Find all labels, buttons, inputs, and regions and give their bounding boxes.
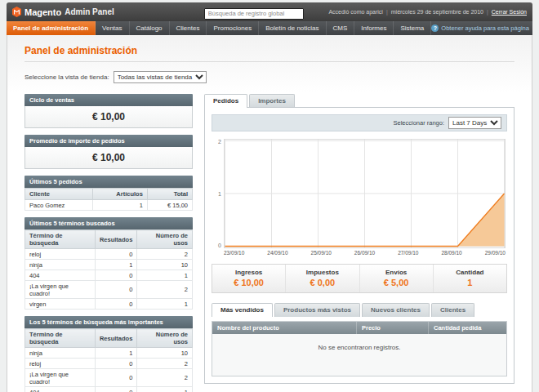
tab-clientes[interactable]: Clientes [431,303,474,317]
chart-x-axis: 23/09/1024/09/1025/09/1026/09/1027/09/10… [224,250,506,256]
stat-value: € 0,00 [286,278,359,287]
dashboard-main: Ciclo de ventas € 10,00 Promedio de impo… [24,94,514,392]
nav-item-clientes[interactable]: Clientes [170,21,207,35]
grid-column-nombre-del-producto: Nombre del producto [212,322,356,334]
divider: | [386,9,388,15]
table-cell: Paco Gomez [25,200,93,211]
chart-x-tick: 25/09/10 [311,250,332,256]
table-row[interactable]: Paco Gomez1€ 15,00 [25,200,193,211]
last-search-terms-box: Últimos 5 términos buscados Término de b… [24,217,193,310]
logo-text: Magento [24,7,61,17]
chart-x-tick: 23/09/10 [224,250,244,256]
table-row[interactable]: 40401 [25,387,193,392]
store-view-select[interactable]: Todas las vistas de tienda [114,71,207,83]
user-info: Accedió como aparici | miércoles 29 de s… [328,9,527,15]
table-cell: 1 [137,270,193,281]
nav-item-panel-de-administracion[interactable]: Panel de administración [7,21,96,35]
table-cell: 0 [95,281,136,299]
table-row[interactable]: ninja110 [25,348,193,359]
chart-y-tick: 1 [218,191,221,197]
current-date-text: miércoles 29 de septiembre de 2010 [391,9,483,15]
page-title: Panel de administración [24,45,514,56]
table-cell: 1 [95,260,136,270]
stat-label: Envíos [360,269,433,276]
tab-pedidos[interactable]: Pedidos [204,94,247,108]
average-orders-title: Promedio de importe de pedidos [24,135,193,147]
logout-link[interactable]: Cerrar Sesión [492,9,527,15]
nav-item-catalogo[interactable]: Catálogo [130,21,170,35]
logged-in-as-text: Accedió como aparici [328,9,383,15]
nav-item-informes[interactable]: Informes [354,21,394,35]
grid-empty-message: No se encontraron registros. [212,334,506,376]
table-cell: 2 [137,249,193,260]
grid-column-cantidad-pedida: Cantidad pedida [428,322,506,334]
tab-importes[interactable]: Importes [249,94,295,108]
nav-item-promociones[interactable]: Promociones [207,21,259,35]
magento-logo: Magento Admin Panel [12,7,114,17]
store-view-label: Seleccione la vista de tienda: [24,74,109,81]
stat-impuestos: Impuestos€ 0,00 [285,265,359,292]
table-cell: 2 [137,369,193,387]
global-search-input[interactable] [204,8,304,20]
table-cell: 1 [93,200,148,211]
chart-plot-area [224,139,506,248]
tab-productos-mas-vistos[interactable]: Productos más vistos [274,303,360,317]
title-divider [24,61,514,62]
tab-mas-vendidos[interactable]: Más vendidos [212,303,273,317]
chart-x-tick: 24/09/10 [267,250,287,256]
top-search-terms-table: Término de búsquedaResultadosNúmero de u… [24,328,193,392]
nav-item-cms[interactable]: CMS [327,21,355,35]
page-content: Panel de administración Seleccione la vi… [7,35,532,392]
stat-label: Cantidad [434,269,506,276]
top-search-terms-box: Los 5 términos de búsqueda más important… [24,316,193,392]
table-row[interactable]: ¡La virgen que cuadro!02 [25,369,193,387]
nav-item-boletin-de-noticias[interactable]: Boletín de noticias [259,21,326,35]
table-cell: ninja [25,260,96,270]
column-header-termino-de-busqueda: Término de búsqueda [25,230,96,249]
products-grid-header: Nombre del productoPrecioCantidad pedida [212,322,506,334]
table-cell: reloj [25,359,96,369]
nav-item-sistema[interactable]: Sistema [394,21,431,35]
table-cell: 2 [137,359,193,369]
chart-x-tick: 28/09/10 [441,250,461,256]
table-cell: ¡La virgen que cuadro! [25,281,96,299]
stat-ingresos: Ingresos€ 10,00 [212,265,285,292]
chart-x-tick: 27/09/10 [398,250,418,256]
table-cell: € 15,00 [147,200,192,211]
column-header-resultados: Resultados [95,230,136,249]
table-row[interactable]: reloj02 [25,359,193,369]
top-search-terms-title: Los 5 términos de búsqueda más important… [24,316,193,328]
store-view-switcher: Seleccione la vista de tienda: Todas las… [24,71,514,83]
table-cell: reloj [25,249,96,260]
chart-x-tick: 26/09/10 [354,250,375,256]
table-cell: 0 [95,369,136,387]
table-cell: 0 [95,387,136,392]
table-cell: ¡La virgen que cuadro! [25,369,96,387]
magento-admin-app: Magento Admin Panel Accedió como aparici… [7,2,532,392]
range-select[interactable]: Last 7 Days [448,117,501,129]
stat-label: Impuestos [286,269,359,276]
column-header-cliente: Cliente [25,189,93,200]
stat-value: € 10,00 [212,278,285,287]
table-row[interactable]: 40401 [25,270,193,281]
table-row[interactable]: ninja110 [25,260,193,270]
tab-nuevos-clientes[interactable]: Nuevos clientes [362,303,430,317]
help-label: Obtener ayuda para esta página [441,24,529,32]
table-cell: 10 [137,260,193,270]
table-cell: 404 [25,387,96,392]
lifetime-sales-title: Ciclo de ventas [24,94,193,106]
table-row[interactable]: reloj02 [25,249,193,260]
logo-subtitle: Admin Panel [65,7,114,16]
page-help-link[interactable]: ? Obtener ayuda para esta página [431,21,535,35]
table-cell: 404 [25,270,96,281]
table-row[interactable]: virgen01 [25,299,193,310]
table-cell: ninja [25,348,96,359]
table-row[interactable]: ¡La virgen que cuadro!02 [25,281,193,299]
column-header-termino-de-busqueda: Término de búsqueda [25,329,96,348]
dashboard-panel: Seleccionar rango: Last 7 Days 210 23/09… [204,107,514,384]
chart-y-tick: 2 [218,139,221,145]
nav-item-ventas[interactable]: Ventas [96,21,129,35]
orders-amounts-tabs: PedidosImportes [204,94,514,108]
dashboard-right-column: PedidosImportes Seleccionar rango: Last … [204,94,514,384]
header-bar: Magento Admin Panel Accedió como aparici… [7,2,532,21]
